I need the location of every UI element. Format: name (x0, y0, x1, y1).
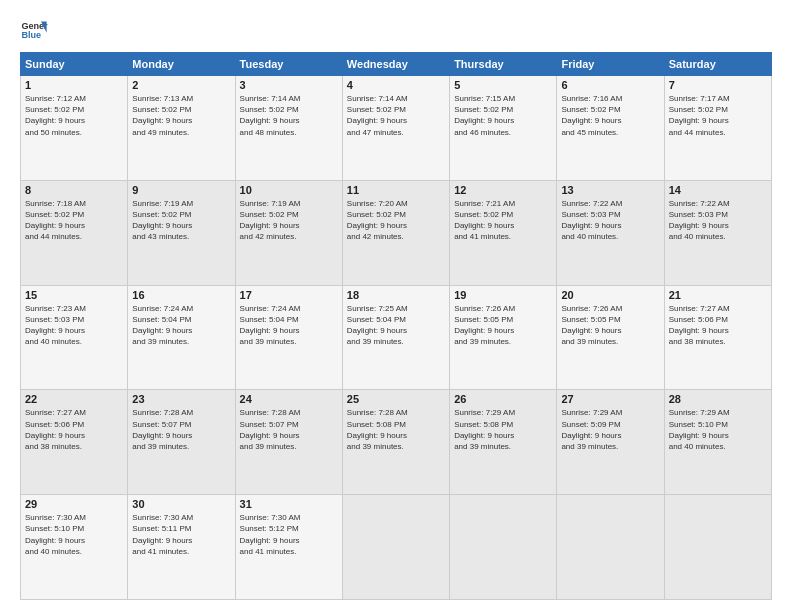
weekday-header-sunday: Sunday (21, 53, 128, 76)
day-info: Sunrise: 7:19 AM Sunset: 5:02 PM Dayligh… (240, 198, 338, 243)
day-number: 18 (347, 289, 445, 301)
day-number: 27 (561, 393, 659, 405)
calendar-cell: 20Sunrise: 7:26 AM Sunset: 5:05 PM Dayli… (557, 285, 664, 390)
day-info: Sunrise: 7:12 AM Sunset: 5:02 PM Dayligh… (25, 93, 123, 138)
day-info: Sunrise: 7:28 AM Sunset: 5:07 PM Dayligh… (240, 407, 338, 452)
day-number: 23 (132, 393, 230, 405)
day-number: 24 (240, 393, 338, 405)
day-number: 25 (347, 393, 445, 405)
weekday-header-monday: Monday (128, 53, 235, 76)
calendar-cell: 18Sunrise: 7:25 AM Sunset: 5:04 PM Dayli… (342, 285, 449, 390)
calendar-cell (664, 495, 771, 600)
calendar-cell: 17Sunrise: 7:24 AM Sunset: 5:04 PM Dayli… (235, 285, 342, 390)
calendar-cell: 30Sunrise: 7:30 AM Sunset: 5:11 PM Dayli… (128, 495, 235, 600)
day-number: 10 (240, 184, 338, 196)
week-row-2: 8Sunrise: 7:18 AM Sunset: 5:02 PM Daylig… (21, 180, 772, 285)
calendar-cell: 14Sunrise: 7:22 AM Sunset: 5:03 PM Dayli… (664, 180, 771, 285)
calendar-cell: 13Sunrise: 7:22 AM Sunset: 5:03 PM Dayli… (557, 180, 664, 285)
day-number: 22 (25, 393, 123, 405)
day-info: Sunrise: 7:24 AM Sunset: 5:04 PM Dayligh… (240, 303, 338, 348)
day-info: Sunrise: 7:24 AM Sunset: 5:04 PM Dayligh… (132, 303, 230, 348)
calendar-cell: 1Sunrise: 7:12 AM Sunset: 5:02 PM Daylig… (21, 76, 128, 181)
weekday-header-tuesday: Tuesday (235, 53, 342, 76)
logo: General Blue (20, 16, 48, 44)
day-number: 29 (25, 498, 123, 510)
calendar-cell (342, 495, 449, 600)
calendar-cell: 11Sunrise: 7:20 AM Sunset: 5:02 PM Dayli… (342, 180, 449, 285)
week-row-5: 29Sunrise: 7:30 AM Sunset: 5:10 PM Dayli… (21, 495, 772, 600)
day-info: Sunrise: 7:30 AM Sunset: 5:11 PM Dayligh… (132, 512, 230, 557)
weekday-header-thursday: Thursday (450, 53, 557, 76)
day-info: Sunrise: 7:22 AM Sunset: 5:03 PM Dayligh… (669, 198, 767, 243)
day-number: 7 (669, 79, 767, 91)
calendar-cell: 6Sunrise: 7:16 AM Sunset: 5:02 PM Daylig… (557, 76, 664, 181)
calendar-cell: 21Sunrise: 7:27 AM Sunset: 5:06 PM Dayli… (664, 285, 771, 390)
day-number: 16 (132, 289, 230, 301)
calendar-cell: 10Sunrise: 7:19 AM Sunset: 5:02 PM Dayli… (235, 180, 342, 285)
day-number: 3 (240, 79, 338, 91)
calendar-cell: 25Sunrise: 7:28 AM Sunset: 5:08 PM Dayli… (342, 390, 449, 495)
day-number: 1 (25, 79, 123, 91)
calendar-cell: 22Sunrise: 7:27 AM Sunset: 5:06 PM Dayli… (21, 390, 128, 495)
page: General Blue SundayMondayTuesdayWednesda… (0, 0, 792, 612)
day-number: 15 (25, 289, 123, 301)
calendar-cell: 9Sunrise: 7:19 AM Sunset: 5:02 PM Daylig… (128, 180, 235, 285)
day-number: 28 (669, 393, 767, 405)
day-info: Sunrise: 7:16 AM Sunset: 5:02 PM Dayligh… (561, 93, 659, 138)
week-row-3: 15Sunrise: 7:23 AM Sunset: 5:03 PM Dayli… (21, 285, 772, 390)
week-row-4: 22Sunrise: 7:27 AM Sunset: 5:06 PM Dayli… (21, 390, 772, 495)
calendar-cell: 5Sunrise: 7:15 AM Sunset: 5:02 PM Daylig… (450, 76, 557, 181)
day-info: Sunrise: 7:21 AM Sunset: 5:02 PM Dayligh… (454, 198, 552, 243)
day-info: Sunrise: 7:14 AM Sunset: 5:02 PM Dayligh… (240, 93, 338, 138)
calendar-cell: 8Sunrise: 7:18 AM Sunset: 5:02 PM Daylig… (21, 180, 128, 285)
calendar-cell (450, 495, 557, 600)
calendar-cell: 3Sunrise: 7:14 AM Sunset: 5:02 PM Daylig… (235, 76, 342, 181)
day-number: 13 (561, 184, 659, 196)
calendar-body: 1Sunrise: 7:12 AM Sunset: 5:02 PM Daylig… (21, 76, 772, 600)
calendar-cell: 26Sunrise: 7:29 AM Sunset: 5:08 PM Dayli… (450, 390, 557, 495)
day-info: Sunrise: 7:28 AM Sunset: 5:07 PM Dayligh… (132, 407, 230, 452)
day-number: 30 (132, 498, 230, 510)
day-info: Sunrise: 7:15 AM Sunset: 5:02 PM Dayligh… (454, 93, 552, 138)
day-info: Sunrise: 7:26 AM Sunset: 5:05 PM Dayligh… (561, 303, 659, 348)
calendar-cell: 7Sunrise: 7:17 AM Sunset: 5:02 PM Daylig… (664, 76, 771, 181)
day-info: Sunrise: 7:30 AM Sunset: 5:10 PM Dayligh… (25, 512, 123, 557)
day-number: 6 (561, 79, 659, 91)
day-info: Sunrise: 7:29 AM Sunset: 5:08 PM Dayligh… (454, 407, 552, 452)
day-info: Sunrise: 7:22 AM Sunset: 5:03 PM Dayligh… (561, 198, 659, 243)
day-number: 21 (669, 289, 767, 301)
day-info: Sunrise: 7:25 AM Sunset: 5:04 PM Dayligh… (347, 303, 445, 348)
weekday-header-saturday: Saturday (664, 53, 771, 76)
day-number: 17 (240, 289, 338, 301)
day-number: 31 (240, 498, 338, 510)
calendar-cell: 12Sunrise: 7:21 AM Sunset: 5:02 PM Dayli… (450, 180, 557, 285)
day-info: Sunrise: 7:28 AM Sunset: 5:08 PM Dayligh… (347, 407, 445, 452)
day-info: Sunrise: 7:13 AM Sunset: 5:02 PM Dayligh… (132, 93, 230, 138)
logo-icon: General Blue (20, 16, 48, 44)
day-info: Sunrise: 7:27 AM Sunset: 5:06 PM Dayligh… (25, 407, 123, 452)
calendar-header: SundayMondayTuesdayWednesdayThursdayFrid… (21, 53, 772, 76)
calendar-cell: 27Sunrise: 7:29 AM Sunset: 5:09 PM Dayli… (557, 390, 664, 495)
weekday-header-wednesday: Wednesday (342, 53, 449, 76)
day-number: 8 (25, 184, 123, 196)
day-info: Sunrise: 7:30 AM Sunset: 5:12 PM Dayligh… (240, 512, 338, 557)
calendar-cell: 31Sunrise: 7:30 AM Sunset: 5:12 PM Dayli… (235, 495, 342, 600)
calendar-cell: 28Sunrise: 7:29 AM Sunset: 5:10 PM Dayli… (664, 390, 771, 495)
day-info: Sunrise: 7:17 AM Sunset: 5:02 PM Dayligh… (669, 93, 767, 138)
calendar-cell: 4Sunrise: 7:14 AM Sunset: 5:02 PM Daylig… (342, 76, 449, 181)
day-number: 26 (454, 393, 552, 405)
day-number: 14 (669, 184, 767, 196)
calendar-table: SundayMondayTuesdayWednesdayThursdayFrid… (20, 52, 772, 600)
day-number: 2 (132, 79, 230, 91)
day-info: Sunrise: 7:27 AM Sunset: 5:06 PM Dayligh… (669, 303, 767, 348)
day-info: Sunrise: 7:19 AM Sunset: 5:02 PM Dayligh… (132, 198, 230, 243)
calendar-cell: 16Sunrise: 7:24 AM Sunset: 5:04 PM Dayli… (128, 285, 235, 390)
day-number: 12 (454, 184, 552, 196)
calendar-cell: 19Sunrise: 7:26 AM Sunset: 5:05 PM Dayli… (450, 285, 557, 390)
svg-text:Blue: Blue (21, 30, 41, 40)
day-info: Sunrise: 7:29 AM Sunset: 5:10 PM Dayligh… (669, 407, 767, 452)
day-info: Sunrise: 7:23 AM Sunset: 5:03 PM Dayligh… (25, 303, 123, 348)
calendar-cell: 29Sunrise: 7:30 AM Sunset: 5:10 PM Dayli… (21, 495, 128, 600)
day-info: Sunrise: 7:26 AM Sunset: 5:05 PM Dayligh… (454, 303, 552, 348)
day-number: 9 (132, 184, 230, 196)
